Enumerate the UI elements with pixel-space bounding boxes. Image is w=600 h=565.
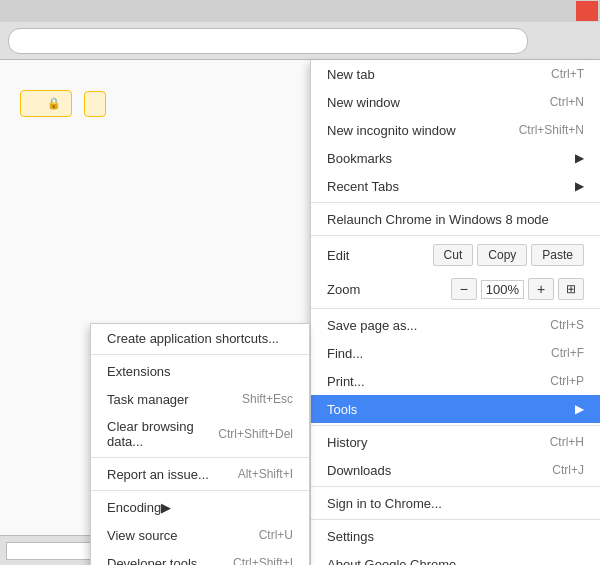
submenu-arrow-icon: ▶ xyxy=(575,402,584,416)
submenu-divider xyxy=(91,457,309,458)
submenu-item-task-manager[interactable]: Task managerShift+Esc xyxy=(91,385,309,413)
menu-item-recent-tabs[interactable]: Recent Tabs▶ xyxy=(311,172,600,200)
submenu-item-label: Developer tools xyxy=(107,556,197,566)
menu-item-sign-in-to-chrome[interactable]: Sign in to Chrome... xyxy=(311,489,600,517)
submenu-item-view-source[interactable]: View sourceCtrl+U xyxy=(91,521,309,549)
submenu-item-label: Create application shortcuts... xyxy=(107,331,279,346)
secure-badge: 🔒 xyxy=(20,90,72,117)
zoom-label: Zoom xyxy=(327,282,360,297)
menu-item-save-page-as[interactable]: Save page as...Ctrl+S xyxy=(311,311,600,339)
menu-item-label: Save page as... xyxy=(327,318,417,333)
edit-copy-button[interactable]: Copy xyxy=(477,244,527,266)
menu-divider xyxy=(311,235,600,236)
edit-paste-button[interactable]: Paste xyxy=(531,244,584,266)
menu-item-label: Tools xyxy=(327,402,357,417)
submenu-divider xyxy=(91,354,309,355)
submenu-item-label: Report an issue... xyxy=(107,467,209,482)
menu-item-new-incognito-window[interactable]: New incognito windowCtrl+Shift+N xyxy=(311,116,600,144)
menu-item-label: Settings xyxy=(327,529,374,544)
edit-cut-button[interactable]: Cut xyxy=(433,244,474,266)
menu-item-print[interactable]: Print...Ctrl+P xyxy=(311,367,600,395)
menu-item-history[interactable]: HistoryCtrl+H xyxy=(311,428,600,456)
submenu-item-report-an-issue[interactable]: Report an issue...Alt+Shift+I xyxy=(91,460,309,488)
submenu-item-clear-browsing-data[interactable]: Clear browsing data...Ctrl+Shift+Del xyxy=(91,413,309,455)
submenu-item-developer-tools[interactable]: Developer toolsCtrl+Shift+I xyxy=(91,549,309,565)
menu-item-label: Bookmarks xyxy=(327,151,392,166)
submenu-arrow-icon: ▶ xyxy=(575,179,584,193)
menu-item-label: New incognito window xyxy=(327,123,456,138)
menu-item-downloads[interactable]: DownloadsCtrl+J xyxy=(311,456,600,484)
menu-item-shortcut: Ctrl+S xyxy=(550,318,584,332)
menu-item-label: About Google Chrome xyxy=(327,557,456,566)
submenu-item-label: Clear browsing data... xyxy=(107,419,218,449)
zoom-expand-button[interactable]: ⊞ xyxy=(558,278,584,300)
menu-item-label: Find... xyxy=(327,346,363,361)
submenu-item-shortcut: Alt+Shift+I xyxy=(238,467,293,481)
menu-item-label: Downloads xyxy=(327,463,391,478)
menu-zoom-section: Zoom−100%+⊞ xyxy=(311,272,600,306)
close-button[interactable] xyxy=(576,1,598,21)
bookmark-icon[interactable] xyxy=(532,27,560,55)
menu-item-shortcut: Ctrl+F xyxy=(551,346,584,360)
menu-item-tools[interactable]: Tools▶ xyxy=(311,395,600,423)
ad-badge xyxy=(84,91,106,117)
menu-item-settings[interactable]: Settings xyxy=(311,522,600,550)
tools-submenu: Create application shortcuts...Extension… xyxy=(90,323,310,565)
menu-item-label: New tab xyxy=(327,67,375,82)
submenu-divider xyxy=(91,490,309,491)
zoom-value: 100% xyxy=(481,280,524,299)
menu-item-shortcut: Ctrl+P xyxy=(550,374,584,388)
submenu-item-shortcut: Ctrl+Shift+I xyxy=(233,556,293,565)
submenu-item-label: Encoding xyxy=(107,500,161,515)
menu-divider xyxy=(311,519,600,520)
menu-item-label: Relaunch Chrome in Windows 8 mode xyxy=(327,212,549,227)
menu-divider xyxy=(311,202,600,203)
menu-item-new-tab[interactable]: New tabCtrl+T xyxy=(311,60,600,88)
menu-divider xyxy=(311,425,600,426)
menu-item-label: New window xyxy=(327,95,400,110)
submenu-item-create-application-shortcuts[interactable]: Create application shortcuts... xyxy=(91,324,309,352)
submenu-item-label: View source xyxy=(107,528,178,543)
submenu-item-shortcut: Shift+Esc xyxy=(242,392,293,406)
menu-item-shortcut: Ctrl+Shift+N xyxy=(519,123,584,137)
restore-button[interactable] xyxy=(554,1,576,21)
edit-label: Edit xyxy=(327,248,349,263)
minimize-button[interactable] xyxy=(532,1,554,21)
main-menu: New tabCtrl+TNew windowCtrl+NNew incogni… xyxy=(310,60,600,565)
menu-item-label: History xyxy=(327,435,367,450)
menu-icon[interactable] xyxy=(564,27,592,55)
menu-edit-section: EditCutCopyPaste xyxy=(311,238,600,272)
submenu-item-encoding[interactable]: Encoding▶ xyxy=(91,493,309,521)
menu-item-bookmarks[interactable]: Bookmarks▶ xyxy=(311,144,600,172)
submenu-item-extensions[interactable]: Extensions xyxy=(91,357,309,385)
menu-item-new-window[interactable]: New windowCtrl+N xyxy=(311,88,600,116)
zoom-minus-button[interactable]: − xyxy=(451,278,477,300)
menu-divider xyxy=(311,308,600,309)
zoom-plus-button[interactable]: + xyxy=(528,278,554,300)
menu-item-label: Recent Tabs xyxy=(327,179,399,194)
menu-item-find[interactable]: Find...Ctrl+F xyxy=(311,339,600,367)
submenu-arrow-icon: ▶ xyxy=(575,151,584,165)
menu-item-shortcut: Ctrl+J xyxy=(552,463,584,477)
menu-item-relaunch-chrome-in-windows-8-mode[interactable]: Relaunch Chrome in Windows 8 mode xyxy=(311,205,600,233)
submenu-arrow-icon: ▶ xyxy=(161,500,171,515)
menu-item-about-google-chrome[interactable]: About Google Chrome xyxy=(311,550,600,565)
menu-item-label: Sign in to Chrome... xyxy=(327,496,442,511)
submenu-item-shortcut: Ctrl+U xyxy=(259,528,293,542)
submenu-item-label: Task manager xyxy=(107,392,189,407)
menu-item-shortcut: Ctrl+N xyxy=(550,95,584,109)
address-bar xyxy=(0,22,600,60)
menu-item-label: Print... xyxy=(327,374,365,389)
title-bar xyxy=(0,0,600,22)
menu-item-shortcut: Ctrl+T xyxy=(551,67,584,81)
menu-divider xyxy=(311,486,600,487)
submenu-item-shortcut: Ctrl+Shift+Del xyxy=(218,427,293,441)
submenu-item-label: Extensions xyxy=(107,364,171,379)
menu-item-shortcut: Ctrl+H xyxy=(550,435,584,449)
